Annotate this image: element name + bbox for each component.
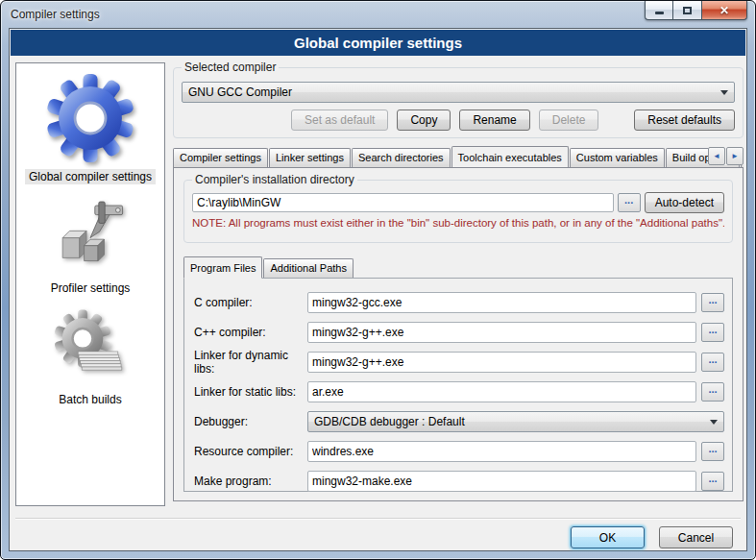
selected-compiler-group-label: Selected compiler	[182, 61, 279, 74]
title-bar[interactable]: Compiler settings ✕	[1, 1, 755, 28]
close-button[interactable]: ✕	[702, 1, 747, 20]
settings-tabbar: Compiler settings Linker settings Search…	[173, 145, 744, 167]
sidebar-item-label: Batch builds	[55, 392, 125, 407]
chevron-down-icon	[710, 420, 718, 425]
static-linker-input[interactable]	[307, 381, 696, 402]
browse-static-linker-button[interactable]: ...	[701, 382, 724, 402]
program-files-panel: C compiler: ... C++ compiler: ... Linker…	[183, 278, 733, 492]
tab-search-directories[interactable]: Search directories	[352, 148, 451, 167]
blue-gear-icon	[45, 73, 135, 163]
maximize-button[interactable]	[672, 1, 702, 20]
debugger-row: Debugger: GDB/CDB debugger : Default	[194, 411, 724, 432]
delete-button[interactable]: Delete	[539, 110, 599, 131]
dynamic-linker-row: Linker for dynamic libs: ...	[194, 352, 724, 373]
bin-subdirectory-note: NOTE: All programs must exist either in …	[192, 217, 724, 229]
set-as-default-button[interactable]: Set as default	[291, 110, 388, 131]
tab-custom-variables[interactable]: Custom variables	[570, 148, 665, 167]
tab-additional-paths[interactable]: Additional Paths	[263, 258, 354, 278]
tab-scroll-right-button[interactable]: ►	[726, 147, 744, 165]
footer-buttons: OK Cancel	[571, 526, 733, 548]
browse-c-compiler-button[interactable]: ...	[701, 293, 724, 312]
sidebar-item-label: Profiler settings	[47, 280, 134, 296]
close-icon: ✕	[719, 5, 729, 16]
installation-path-input[interactable]	[192, 193, 614, 212]
field-label: Linker for dynamic libs:	[194, 349, 307, 376]
gray-gear-stack-icon	[52, 309, 129, 386]
tab-program-files[interactable]: Program Files	[183, 256, 262, 279]
browse-make-program-button[interactable]: ...	[701, 472, 724, 491]
arrow-left-icon: ◄	[713, 152, 720, 160]
maximize-icon	[683, 7, 692, 14]
sidebar-item-global-compiler-settings[interactable]: Global compiler settings	[16, 73, 164, 184]
c-compiler-input[interactable]	[307, 292, 696, 313]
installation-directory-group: Compiler's installation directory ... Au…	[183, 180, 733, 243]
field-label: Debugger:	[194, 415, 307, 428]
reset-defaults-button[interactable]: Reset defaults	[634, 110, 735, 131]
debugger-select[interactable]: GDB/CDB debugger : Default	[307, 411, 724, 432]
tab-scroll-left-button[interactable]: ◄	[708, 147, 725, 165]
page-title: Global compiler settings	[11, 30, 745, 56]
caliper-icon	[52, 198, 129, 275]
field-label: C++ compiler:	[194, 326, 307, 339]
tab-toolchain-executables[interactable]: Toolchain executables	[451, 146, 569, 167]
resource-compiler-row: Resource compiler: ...	[194, 441, 724, 462]
field-label: Make program:	[194, 475, 307, 488]
compiler-settings-window: Compiler settings ✕ Global compiler sett…	[0, 0, 756, 560]
auto-detect-button[interactable]: Auto-detect	[645, 192, 724, 213]
toolchain-executables-panel: Compiler's installation directory ... Au…	[173, 167, 744, 501]
make-program-input[interactable]	[307, 471, 696, 492]
compiler-select-value: GNU GCC Compiler	[188, 85, 715, 99]
field-label: C compiler:	[194, 296, 307, 309]
copy-button[interactable]: Copy	[397, 110, 451, 131]
resource-compiler-input[interactable]	[307, 441, 696, 462]
cpp-compiler-row: C++ compiler: ...	[194, 322, 724, 343]
minimize-button[interactable]	[645, 1, 672, 20]
chevron-down-icon	[720, 90, 728, 95]
c-compiler-row: C compiler: ...	[194, 292, 724, 313]
minimize-icon	[655, 12, 664, 14]
program-files-tabbar: Program Files Additional Paths	[183, 256, 733, 278]
browse-resource-compiler-button[interactable]: ...	[701, 442, 724, 461]
compiler-actions: Set as default Copy Rename Delete Reset …	[182, 110, 735, 131]
arrow-right-icon: ►	[731, 152, 739, 160]
sidebar: Global compiler settings	[15, 62, 165, 506]
dynamic-linker-input[interactable]	[307, 352, 696, 373]
footer-separator	[15, 518, 741, 520]
rename-button[interactable]: Rename	[459, 110, 529, 131]
debugger-select-value: GDB/CDB debugger : Default	[314, 415, 704, 428]
ok-button[interactable]: OK	[571, 526, 645, 548]
static-linker-row: Linker for static libs: ...	[194, 381, 724, 402]
browse-install-dir-button[interactable]: ...	[618, 193, 641, 212]
make-program-row: Make program: ...	[194, 471, 724, 492]
dialog-client-area: Global compiler settings	[9, 28, 747, 551]
browse-cpp-compiler-button[interactable]: ...	[701, 323, 724, 342]
tab-compiler-settings[interactable]: Compiler settings	[173, 148, 268, 167]
window-controls: ✕	[645, 1, 747, 20]
field-label: Resource compiler:	[194, 445, 307, 458]
tab-scroll-controls: ◄ ►	[708, 147, 744, 165]
field-label: Linker for static libs:	[194, 385, 307, 399]
window-title: Compiler settings	[11, 8, 100, 21]
selected-compiler-group: Selected compiler GNU GCC Compiler Set a…	[173, 67, 744, 138]
main-content: Selected compiler GNU GCC Compiler Set a…	[173, 62, 744, 506]
cpp-compiler-input[interactable]	[307, 322, 696, 343]
compiler-select[interactable]: GNU GCC Compiler	[182, 82, 735, 103]
sidebar-item-profiler-settings[interactable]: Profiler settings	[16, 198, 164, 296]
browse-dynamic-linker-button[interactable]: ...	[701, 353, 724, 372]
sidebar-item-batch-builds[interactable]: Batch builds	[16, 309, 164, 407]
installation-directory-label: Compiler's installation directory	[192, 173, 357, 186]
cancel-button[interactable]: Cancel	[659, 526, 733, 548]
tab-linker-settings[interactable]: Linker settings	[269, 148, 351, 167]
sidebar-item-label: Global compiler settings	[25, 169, 156, 184]
